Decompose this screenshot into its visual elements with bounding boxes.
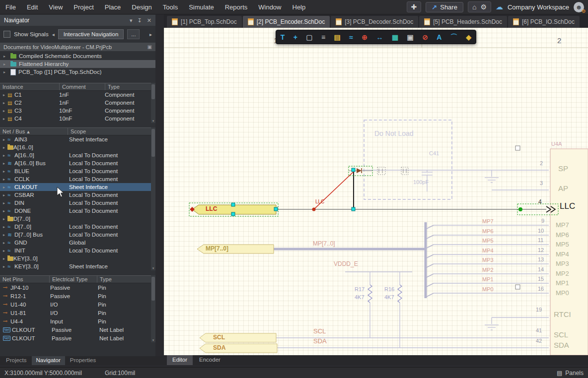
expand-arrow-icon[interactable]: ▸ bbox=[3, 54, 8, 59]
expand-arrow-icon[interactable]: ▸ bbox=[3, 70, 8, 74]
netbus-row[interactable]: ▸≈CLKOUTSheet Interface bbox=[0, 183, 155, 191]
col-electrical-type[interactable]: Electrical Type bbox=[50, 276, 97, 283]
netpin-row[interactable]: NetCLKOUTPassiveNet Label bbox=[0, 334, 155, 342]
text-frame-icon[interactable]: T bbox=[281, 34, 285, 41]
menu-simulate[interactable]: Simulate bbox=[183, 1, 220, 13]
measure-icon[interactable]: ↔ bbox=[376, 34, 383, 41]
expand-arrow-icon[interactable]: ▸ bbox=[3, 145, 7, 150]
netpin-row[interactable]: NetCLKOUTPassiveNet Label bbox=[0, 325, 155, 334]
panel-menu-icon[interactable]: ▾ bbox=[130, 17, 133, 24]
instance-row[interactable]: ▸▤C21nFComponent bbox=[0, 99, 155, 107]
netpin-row[interactable]: ⊸R12-1PassivePin bbox=[0, 292, 155, 300]
expand-arrow-icon[interactable]: ▸ bbox=[3, 161, 7, 166]
expand-arrow-icon[interactable]: ▸ bbox=[3, 249, 7, 253]
menu-view[interactable]: View bbox=[43, 1, 68, 13]
close-icon[interactable]: ✕ bbox=[147, 17, 151, 24]
menu-project[interactable]: Project bbox=[68, 1, 99, 13]
expand-arrow-icon[interactable]: ▸ bbox=[3, 256, 7, 261]
netbus-row[interactable]: ▸≋A[16..0] BusLocal To Document bbox=[0, 159, 155, 167]
col-instance[interactable]: Instance bbox=[0, 83, 60, 90]
expand-arrow-icon[interactable]: ▸ bbox=[3, 185, 7, 189]
document-icon[interactable]: ▣ bbox=[407, 34, 414, 41]
align-icon[interactable]: ≡ bbox=[321, 34, 325, 41]
probe-icon[interactable]: ⊕ bbox=[362, 34, 368, 41]
expand-arrow-icon[interactable]: ▸ bbox=[3, 177, 7, 182]
netbus-row[interactable]: ▸≈D[7..0]Local To Document bbox=[0, 223, 155, 231]
signal-icon[interactable]: ≈ bbox=[349, 34, 353, 41]
white-handle-bottom[interactable] bbox=[515, 285, 520, 289]
llc-net[interactable] bbox=[276, 170, 558, 215]
white-handle-top[interactable] bbox=[515, 146, 520, 150]
netbus-row[interactable]: ▸≈DINLocal To Document bbox=[0, 199, 155, 207]
menu-help[interactable]: Help bbox=[287, 1, 311, 13]
netbus-scrollbar[interactable]: ▾ bbox=[151, 127, 155, 270]
selection-rect-icon[interactable]: ▢ bbox=[306, 34, 312, 41]
netbus-row[interactable]: ▸A[16..0] bbox=[0, 143, 155, 151]
netpin-row[interactable]: ⊸JP4-10PassivePin bbox=[0, 283, 155, 292]
arc-icon[interactable]: ⌒ bbox=[450, 34, 457, 41]
panel-tab-properties[interactable]: Properties bbox=[66, 356, 100, 365]
expand-arrow-icon[interactable]: ▸ bbox=[3, 101, 7, 105]
menu-window[interactable]: Window bbox=[253, 1, 287, 13]
netbus-row[interactable]: ▸≈A[16..0]Local To Document bbox=[0, 151, 155, 159]
netpin-row[interactable]: ⊸U4-4InputPin bbox=[0, 317, 155, 325]
netpin-row[interactable]: ⊸U1-40I/OPin bbox=[0, 300, 155, 309]
expand-arrow-icon[interactable]: ▸ bbox=[3, 201, 7, 205]
netbus-table-header[interactable]: Net / Bus ▴ Scope bbox=[0, 127, 155, 135]
netbus-row[interactable]: ▸D[7..0] bbox=[0, 215, 155, 223]
gear-icon[interactable]: ⚙ bbox=[480, 3, 487, 11]
panel-tab-projects[interactable]: Projects bbox=[1, 356, 31, 365]
netbus-row[interactable]: ▸≈CSBARLocal To Document bbox=[0, 191, 155, 199]
tree-item[interactable]: ▸Compiled Schematic Documents bbox=[0, 52, 155, 60]
crosshair-icon[interactable]: + bbox=[294, 34, 297, 41]
document-tab[interactable]: [5] PCB_Headers.SchDoc bbox=[419, 16, 507, 28]
image-icon[interactable]: ▦ bbox=[392, 34, 398, 41]
menu-file[interactable]: File bbox=[0, 1, 21, 13]
sda-port[interactable] bbox=[200, 344, 277, 353]
expand-arrow-icon[interactable]: ▸ bbox=[3, 117, 7, 121]
expand-arrow-icon[interactable]: ▸ bbox=[3, 209, 7, 213]
instance-row[interactable]: ▸▤C11nFComponent bbox=[0, 91, 155, 99]
documents-header-icon[interactable]: ▣ bbox=[147, 44, 152, 50]
navigator-panel-header[interactable]: Navigator ▾ ↧ ✕ bbox=[0, 15, 155, 26]
netbus-row[interactable]: ▸≈INITLocal To Document bbox=[0, 247, 155, 254]
menu-reports[interactable]: Reports bbox=[220, 1, 253, 13]
scl-port[interactable] bbox=[200, 333, 276, 342]
expand-arrow-icon[interactable]: ▸ bbox=[3, 153, 7, 158]
netbus-row[interactable]: ▸≈AIN3Sheet Interface bbox=[0, 135, 155, 143]
expand-arrow-icon[interactable]: ▸ bbox=[3, 93, 7, 97]
netbus-row[interactable]: ▸≋D[7..0] BusLocal To Document bbox=[0, 231, 155, 239]
show-signals-checkbox[interactable] bbox=[3, 31, 10, 38]
instance-row[interactable]: ▸▤C410nFComponent bbox=[0, 115, 155, 123]
chevron-left-icon[interactable]: ◂ bbox=[52, 32, 55, 37]
parameter-icon[interactable]: ◆ bbox=[466, 34, 471, 41]
pin-icon[interactable]: ↧ bbox=[138, 17, 142, 24]
home-icon[interactable]: ⌂ bbox=[472, 3, 476, 11]
avatar[interactable]: ☻ ⚙ bbox=[574, 2, 584, 12]
instance-scrollbar[interactable]: ▾ bbox=[151, 83, 155, 123]
col-netpins[interactable]: Net Pins bbox=[0, 276, 50, 283]
menu-edit[interactable]: Edit bbox=[21, 1, 43, 13]
expand-arrow-icon[interactable]: ▸ bbox=[3, 225, 7, 229]
expand-arrow-icon[interactable]: ▸ bbox=[3, 241, 7, 245]
netbus-row[interactable]: ▸KEY[3..0] bbox=[0, 254, 155, 262]
interactive-navigation-button[interactable]: Interactive Navigation bbox=[58, 29, 124, 39]
instance-row[interactable]: ▸▤C310nFComponent bbox=[0, 107, 155, 115]
document-tab[interactable]: [6] PCB_IO.SchDoc bbox=[508, 16, 580, 28]
instance-table-header[interactable]: Instance Comment Type bbox=[0, 83, 155, 91]
menu-tools[interactable]: Tools bbox=[157, 1, 183, 13]
share-button[interactable]: ⌂ ↗ Share bbox=[426, 2, 463, 12]
netbus-row[interactable]: ▸≈KEY[3..0]Sheet Interface bbox=[0, 262, 155, 270]
small-components[interactable] bbox=[349, 166, 408, 176]
expand-arrow-icon[interactable]: ▸ bbox=[3, 137, 7, 142]
col-pin-type[interactable]: Type bbox=[97, 276, 155, 283]
tree-item[interactable]: ▸Flattened Hierarchy bbox=[0, 60, 155, 68]
netbus-row[interactable]: ▸≈GNDGlobal bbox=[0, 239, 155, 247]
expand-arrow-icon[interactable]: ▸ bbox=[3, 193, 7, 197]
workspace-label[interactable]: Company Workspace bbox=[508, 3, 569, 11]
expand-arrow-icon[interactable]: ▸ bbox=[3, 233, 7, 237]
netbus-row[interactable]: ▸≈BLUELocal To Document bbox=[0, 167, 155, 175]
schematic-canvas[interactable]: 12Do Not LoadC41100pFU4ALLCLLCLLCSPAPRTC… bbox=[164, 28, 588, 355]
panels-button[interactable]: ▤ Panels bbox=[557, 370, 584, 377]
expand-arrow-icon[interactable]: ▸ bbox=[3, 169, 7, 174]
